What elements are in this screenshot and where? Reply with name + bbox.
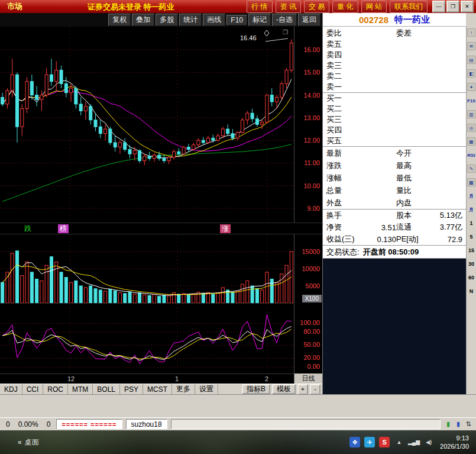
info-label-最高: 最高 — [396, 160, 430, 171]
status-ticker: ====== ====== — [61, 421, 116, 428]
toolbar-button-标记[interactable]: 标记 — [248, 14, 271, 26]
buy-level-label: 买四 — [326, 125, 342, 136]
desktop-toolbar[interactable]: « 桌面 — [18, 437, 39, 447]
buy-level-row-3[interactable]: 买三 — [323, 114, 466, 125]
status-spacer — [171, 419, 441, 429]
indicator-tab-设置[interactable]: 设置 — [195, 384, 218, 394]
tray-expand-icon[interactable]: ▲ — [394, 437, 404, 447]
menu-button-2[interactable]: 资 讯 — [276, 1, 301, 13]
tray-fetion-icon[interactable]: ✈ — [364, 437, 375, 447]
ticker-item-2[interactable]: 榜 — [58, 224, 69, 233]
kdj-pane[interactable] — [0, 303, 294, 373]
quote-info-row: 涨幅最低 — [323, 172, 466, 184]
price-tick-label: 14.00 — [303, 92, 320, 99]
restore-button[interactable]: ❐ — [446, 1, 459, 12]
strip-f10-button[interactable]: F10 — [467, 96, 475, 105]
bottom-gap-band — [0, 394, 476, 417]
indicator-tab-MCST[interactable]: MCST — [143, 384, 172, 394]
fundamental-row: 净资3.51流通3.77亿 — [323, 221, 466, 233]
green-indicator-icon[interactable]: ▮ — [444, 420, 452, 429]
period-60min-button[interactable]: 60 — [467, 273, 475, 282]
strip-rsi-button[interactable]: RSI — [467, 151, 475, 159]
menu-button-1[interactable]: 行 情 — [247, 1, 272, 13]
period-15min-button[interactable]: 15 — [467, 246, 475, 255]
minimize-button[interactable]: — — [432, 1, 445, 12]
updown-icon[interactable]: ⇅ — [464, 420, 472, 429]
period-30min-button[interactable]: 30 — [467, 260, 475, 268]
toolbar-button-叠加[interactable]: 叠加 — [132, 14, 154, 26]
tray-app-window-icon[interactable]: ❖ — [349, 437, 360, 447]
sell-level-row-1[interactable]: 卖一 — [323, 82, 466, 92]
close-button[interactable]: ✕ — [461, 1, 474, 12]
window-controls: —❐✕ — [428, 1, 476, 12]
sell-level-row-5[interactable]: 卖五 — [323, 39, 466, 50]
strip-list-icon[interactable]: ▤ — [467, 56, 475, 64]
period-1min-button[interactable]: 1 — [467, 219, 475, 227]
strip-board-icon[interactable]: ▦ — [467, 137, 475, 146]
toolbar-button-统计[interactable]: 统计 — [179, 14, 202, 26]
button-指标B[interactable]: 指标B — [242, 384, 270, 394]
ticker-item-3[interactable]: 涨 — [220, 224, 231, 233]
indicator-tab-PSY[interactable]: PSY — [120, 384, 143, 394]
period-selector[interactable]: 日线 — [294, 373, 322, 384]
period-n-button[interactable]: N — [467, 287, 475, 295]
ticker-item-1[interactable]: 跌 — [22, 224, 33, 233]
strip-draw-icon[interactable]: ✎ — [467, 165, 475, 173]
status-value-1: 0 — [4, 420, 12, 429]
tray-network-icon[interactable]: ▂▄▆ — [409, 437, 419, 447]
buy-level-row-5[interactable]: 买五 — [323, 136, 466, 146]
strip-kline-icon[interactable]: ▥ — [467, 110, 475, 118]
toolbar-button-画线[interactable]: 画线 — [203, 14, 225, 26]
strip-layout-icon[interactable]: ◧ — [467, 69, 475, 78]
strip-favorite-icon[interactable]: ✦ — [467, 83, 475, 91]
strip-world-icon[interactable]: ◎ — [467, 124, 475, 132]
tray-volume-icon[interactable]: ◀) — [423, 437, 434, 447]
toolbar-button-多股[interactable]: 多股 — [156, 14, 178, 26]
toolbar-button--自选[interactable]: -自选 — [272, 14, 297, 26]
corner-cell — [466, 13, 476, 27]
taskbar-clock[interactable]: 9:13 2026/1/30 — [434, 434, 476, 450]
strip-grid-icon[interactable]: ▩ — [467, 178, 475, 186]
main-kline-pane[interactable]: 16.46❐ — [0, 27, 294, 223]
sell-level-row-4[interactable]: 卖四 — [323, 50, 466, 60]
menu-button-3[interactable]: 交 易 — [304, 1, 329, 13]
toolbar-button-复权[interactable]: 复权 — [108, 14, 131, 26]
right-icon-strip: ↑✉▤◧✦F10▥◎▦RSI✎▩月月15153060N — [466, 27, 476, 394]
fund-value: 0.130 — [364, 235, 396, 244]
info-label-量比: 量比 — [396, 185, 430, 196]
price-tick-label: 10.00 — [303, 182, 320, 189]
toolbar-button-返回[interactable]: 返回 — [298, 14, 320, 26]
strip-message-icon[interactable]: ✉ — [467, 42, 475, 50]
market-menu[interactable]: 市场 — [0, 1, 30, 12]
volume-pane[interactable] — [0, 234, 294, 303]
period-5min-button[interactable]: 5 — [467, 233, 475, 241]
blue-indicator-icon[interactable]: ▮ — [454, 420, 462, 429]
menu-button-5[interactable]: 网 站 — [361, 1, 387, 13]
menu-button-6[interactable]: 联系我们 — [390, 1, 428, 13]
status-username: suzhou18 — [126, 419, 167, 429]
toolbar-button-F10[interactable]: F10 — [226, 15, 247, 25]
buy-level-row-1[interactable]: 买一 — [323, 93, 466, 104]
indicator-tab-BOLL[interactable]: BOLL — [93, 384, 120, 394]
zoom-out-button[interactable]: - — [310, 384, 320, 395]
tray-sogou-icon[interactable]: S — [379, 437, 390, 447]
menu-button-4[interactable]: 量 化 — [332, 1, 358, 13]
zoom-in-button[interactable]: + — [297, 384, 308, 395]
sell-level-row-3[interactable]: 卖三 — [323, 60, 466, 71]
time-axis: 1212 — [0, 373, 294, 384]
indicator-tab-ROC[interactable]: ROC — [43, 384, 68, 394]
sell-level-row-2[interactable]: 卖二 — [323, 71, 466, 82]
buy-level-row-2[interactable]: 买二 — [323, 104, 466, 114]
pane-corner-icon[interactable]: ❐ — [283, 29, 288, 36]
indicator-tab-KDJ[interactable]: KDJ — [0, 384, 22, 394]
button-模板[interactable]: 模板 — [272, 384, 296, 394]
chart-area[interactable]: 16.46❐ 跌榜涨 16.0015.0014.0013.0012.0011.0… — [0, 27, 322, 384]
strip-month-2-button[interactable]: 月 — [467, 205, 475, 214]
strip-month-1-button[interactable]: 月 — [467, 192, 475, 200]
indicator-tab-更多[interactable]: 更多 — [172, 384, 195, 394]
strip-scroll-up[interactable]: ↑ — [467, 28, 475, 37]
buy-level-row-4[interactable]: 买四 — [323, 125, 466, 136]
indicator-tab-CCI[interactable]: CCI — [22, 384, 44, 394]
buy-level-label: 买三 — [326, 114, 342, 125]
indicator-tab-MTM[interactable]: MTM — [68, 384, 93, 394]
